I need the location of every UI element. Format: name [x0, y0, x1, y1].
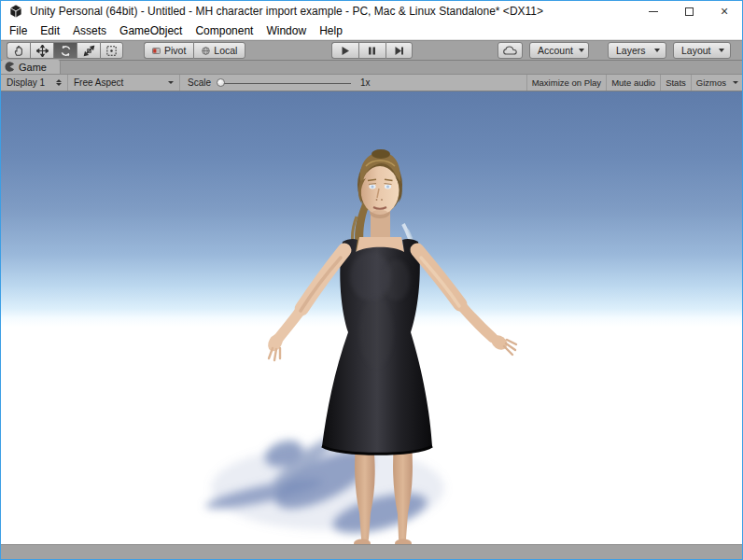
- scale-label: Scale: [188, 77, 211, 88]
- display-selector[interactable]: Display 1: [1, 75, 68, 91]
- close-icon: ×: [721, 5, 728, 18]
- cloud-icon: [503, 46, 517, 55]
- menu-help[interactable]: Help: [313, 22, 349, 39]
- play-button[interactable]: [331, 42, 358, 59]
- pivot-button[interactable]: Pivot: [144, 42, 193, 59]
- chevron-down-icon: [654, 49, 660, 52]
- hand-icon: [13, 45, 25, 57]
- maximize-button[interactable]: [671, 1, 707, 21]
- menu-edit[interactable]: Edit: [34, 22, 66, 39]
- menu-gameobject[interactable]: GameObject: [113, 22, 189, 39]
- unity-logo-icon: [8, 4, 23, 19]
- rotate-icon: [60, 45, 72, 57]
- move-icon: [36, 45, 49, 57]
- game-viewport[interactable]: [1, 91, 742, 544]
- menu-file[interactable]: File: [3, 22, 34, 39]
- unity-window: Unity Personal (64bit) - Untitled - MH c…: [0, 0, 743, 560]
- menu-bar: File Edit Assets GameObject Component Wi…: [1, 21, 742, 40]
- chevron-down-icon: [168, 81, 174, 84]
- chevron-down-icon: [579, 49, 584, 52]
- tab-game[interactable]: Game: [1, 60, 61, 74]
- rect-tool-button[interactable]: [100, 42, 123, 59]
- account-label: Account: [538, 45, 573, 56]
- game-view-icon: [5, 62, 15, 72]
- account-dropdown[interactable]: Account: [529, 42, 589, 59]
- scale-value: 1x: [360, 77, 371, 88]
- menu-assets[interactable]: Assets: [66, 22, 113, 39]
- mute-audio-toggle[interactable]: Mute audio: [606, 75, 660, 91]
- window-title: Unity Personal (64bit) - Untitled - MH c…: [30, 5, 543, 18]
- bottom-strip: [1, 544, 742, 559]
- window-controls: ×: [636, 1, 742, 21]
- slider-track[interactable]: [222, 83, 351, 85]
- slider-knob[interactable]: [217, 78, 225, 87]
- scale-tool-button[interactable]: [77, 42, 100, 59]
- display-stepper-icon: [56, 79, 62, 86]
- step-icon: [394, 46, 404, 56]
- scale-slider[interactable]: [215, 77, 355, 90]
- pivot-label: Pivot: [164, 45, 186, 56]
- title-bar: Unity Personal (64bit) - Untitled - MH c…: [1, 1, 742, 21]
- move-tool-button[interactable]: [30, 42, 53, 59]
- view-tab-strip: Game: [1, 61, 742, 75]
- toolbar-right-cluster: Account Layers Layout: [498, 42, 742, 59]
- transform-tools: [7, 42, 123, 59]
- minimize-icon: [649, 11, 658, 12]
- menu-window[interactable]: Window: [259, 22, 313, 39]
- scale-control: Scale 1x: [188, 77, 371, 90]
- hand-tool-button[interactable]: [7, 42, 30, 59]
- pivot-icon: [152, 47, 161, 55]
- rotate-tool-button[interactable]: [53, 42, 77, 59]
- pause-icon: [367, 46, 377, 56]
- layers-label: Layers: [616, 45, 646, 56]
- cloud-button[interactable]: [498, 42, 523, 59]
- menu-component[interactable]: Component: [189, 22, 259, 39]
- game-tab-label: Game: [19, 62, 47, 73]
- layers-dropdown[interactable]: Layers: [608, 42, 666, 59]
- minimize-button[interactable]: [636, 1, 671, 21]
- rect-tool-icon: [105, 45, 118, 57]
- stats-toggle[interactable]: Stats: [660, 75, 691, 91]
- local-icon: [202, 47, 210, 55]
- main-toolbar: Pivot Local: [1, 40, 742, 61]
- layout-dropdown[interactable]: Layout: [673, 42, 731, 59]
- game-view-toolbar: Display 1 Free Aspect Scale 1x Maximize …: [1, 75, 742, 91]
- scale-icon: [83, 45, 95, 57]
- local-button[interactable]: Local: [193, 42, 245, 59]
- display-label: Display 1: [7, 77, 45, 88]
- pivot-local-group: Pivot Local: [144, 42, 245, 59]
- playback-controls: [331, 42, 413, 59]
- maximize-on-play-toggle[interactable]: Maximize on Play: [526, 75, 606, 91]
- maximize-icon: [685, 7, 694, 16]
- step-button[interactable]: [386, 42, 413, 59]
- play-icon: [340, 46, 350, 56]
- aspect-ratio-dropdown[interactable]: Free Aspect: [68, 75, 180, 91]
- close-button[interactable]: ×: [707, 1, 742, 21]
- gizmos-dropdown[interactable]: Gizmos: [691, 75, 731, 91]
- aspect-label: Free Aspect: [74, 77, 123, 88]
- layout-label: Layout: [681, 45, 711, 56]
- local-label: Local: [214, 45, 237, 56]
- chevron-down-icon: [719, 49, 724, 52]
- game-view-toggles: Maximize on Play Mute audio Stats Gizmos: [526, 75, 742, 91]
- gizmos-arrow-icon[interactable]: [733, 81, 738, 84]
- rendered-scene: [1, 91, 742, 544]
- pause-button[interactable]: [358, 42, 386, 59]
